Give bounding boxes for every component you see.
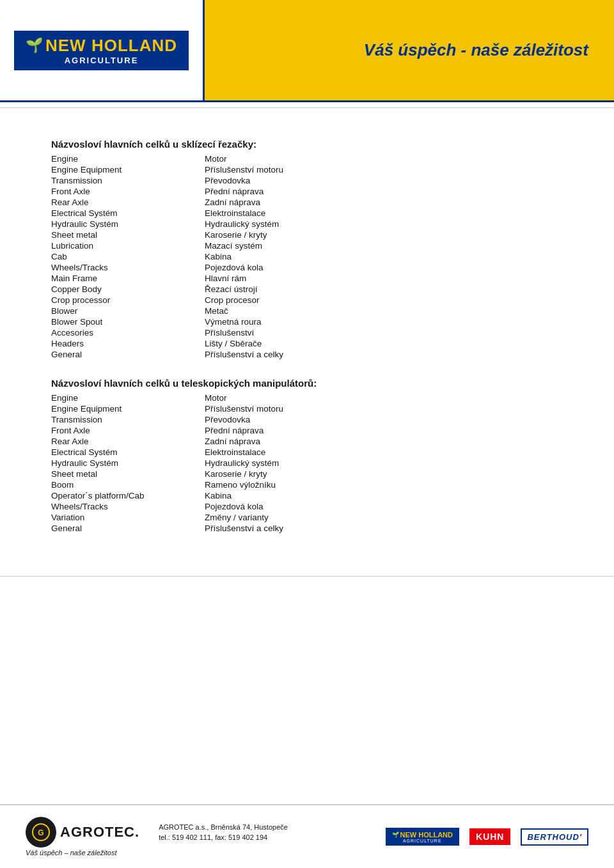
term-en: Cab <box>51 251 205 262</box>
term-cz: Příslušenství motoru <box>205 164 563 175</box>
table-row: Sheet metalKaroserie / kryty <box>51 229 563 240</box>
term-en: Accesories <box>51 327 205 338</box>
term-en: Blower Spout <box>51 316 205 327</box>
term-en: Headers <box>51 338 205 349</box>
term-en: Front Axle <box>51 186 205 197</box>
table-row: CabKabina <box>51 251 563 262</box>
term-cz: Příslušenství a celky <box>205 349 563 360</box>
term-cz: Elektroinstalace <box>205 447 563 458</box>
term-en: Engine Equipment <box>51 403 205 414</box>
table-row: Hydraulic SystémHydraulický systém <box>51 458 563 469</box>
header-logo: 🌱 NEW HOLLAND AGRICULTURE <box>0 0 205 100</box>
term-cz: Řezací ústrojí <box>205 284 563 295</box>
footer: G AGROTEC. AGROTEC a.s., Brněnská 74, Hu… <box>0 804 614 868</box>
table-row: Blower SpoutVýmetná roura <box>51 316 563 327</box>
table-row: Electrical SystémElektroinstalace <box>51 447 563 458</box>
term-cz: Příslušenství a celky <box>205 523 563 534</box>
footer-left: G AGROTEC. AGROTEC a.s., Brněnská 74, Hu… <box>26 817 288 856</box>
table-row: TransmissionPřevodovka <box>51 414 563 425</box>
table-row: EngineMotor <box>51 392 563 403</box>
term-cz: Hydraulický systém <box>205 458 563 469</box>
term-en: Boom <box>51 479 205 490</box>
term-en: Hydraulic Systém <box>51 458 205 469</box>
term-en: Crop processor <box>51 295 205 306</box>
agrotec-name: AGROTEC. <box>60 824 139 841</box>
agrotec-tagline: Váš úspěch – naše záležitost <box>26 849 116 856</box>
term-cz: Elektroinstalace <box>205 208 563 219</box>
footer-address: AGROTEC a.s., Brněnská 74, Hustopeče tel… <box>159 822 288 843</box>
table-row: Electrical SystémElektroinstalace <box>51 208 563 219</box>
term-cz: Přední náprava <box>205 186 563 197</box>
term-cz: Přední náprava <box>205 425 563 436</box>
top-divider <box>0 107 614 108</box>
term-en: Electrical Systém <box>51 208 205 219</box>
term-cz: Příslušenství motoru <box>205 403 563 414</box>
term-cz: Lišty / Sběrače <box>205 338 563 349</box>
footer-brands: 🌱 NEW HOLLAND AGRICULTURE KUHN BERTHOUD' <box>386 828 588 846</box>
term-en: Operator´s platform/Cab <box>51 490 205 501</box>
logo-ag-text: AGRICULTURE <box>65 56 139 65</box>
term-cz: Pojezdová kola <box>205 501 563 512</box>
table-row: Front AxlePřední náprava <box>51 425 563 436</box>
term-en: Rear Axle <box>51 197 205 208</box>
term-en: Wheels/Tracks <box>51 262 205 273</box>
table-row: Engine EquipmentPříslušenství motoru <box>51 403 563 414</box>
term-cz: Kabina <box>205 251 563 262</box>
table-row: Hydraulic SystémHydraulický systém <box>51 219 563 229</box>
table-row: Wheels/TracksPojezdová kola <box>51 501 563 512</box>
table-row: TransmissionPřevodovka <box>51 175 563 186</box>
term-en: Engine <box>51 153 205 164</box>
term-cz: Hlavní rám <box>205 273 563 284</box>
table-row: Rear AxleZadní náprava <box>51 197 563 208</box>
term-en: Engine Equipment <box>51 164 205 175</box>
section2-table: EngineMotorEngine EquipmentPříslušenství… <box>51 392 563 534</box>
brand-berthoud: BERTHOUD' <box>521 828 588 846</box>
term-en: Transmission <box>51 175 205 186</box>
table-row: EngineMotor <box>51 153 563 164</box>
table-row: Crop processorCrop procesor <box>51 295 563 306</box>
term-en: Main Frame <box>51 273 205 284</box>
term-cz: Karoserie / kryty <box>205 229 563 240</box>
svg-text:G: G <box>38 828 43 837</box>
tagline-text: Váš úspěch - naše záležitost <box>364 40 588 60</box>
term-en: Copper Body <box>51 284 205 295</box>
agrotec-logo: G AGROTEC. <box>26 817 139 848</box>
term-cz: Motor <box>205 392 563 403</box>
term-en: Rear Axle <box>51 436 205 447</box>
term-en: Blower <box>51 306 205 316</box>
term-cz: Hydraulický systém <box>205 219 563 229</box>
term-cz: Mazací systém <box>205 240 563 251</box>
table-row: BlowerMetač <box>51 306 563 316</box>
table-row: Wheels/TracksPojezdová kola <box>51 262 563 273</box>
agrotec-circle-icon: G <box>26 817 56 848</box>
term-en: Hydraulic Systém <box>51 219 205 229</box>
term-cz: Výmetná roura <box>205 316 563 327</box>
term-cz: Zadní náprava <box>205 197 563 208</box>
term-en: Electrical Systém <box>51 447 205 458</box>
section2-title: Názvosloví hlavních celků u teleskopický… <box>51 378 563 389</box>
table-row: LubricationMazací systém <box>51 240 563 251</box>
brand-nh: 🌱 NEW HOLLAND AGRICULTURE <box>386 828 460 846</box>
term-cz: Převodovka <box>205 175 563 186</box>
table-row: BoomRameno výložníku <box>51 479 563 490</box>
table-row: Sheet metalKaroserie / kryty <box>51 469 563 479</box>
table-row: AccesoriesPříslušenství <box>51 327 563 338</box>
address-line1: AGROTEC a.s., Brněnská 74, Hustopeče <box>159 822 288 833</box>
term-cz: Karoserie / kryty <box>205 469 563 479</box>
table-row: Copper BodyŘezací ústrojí <box>51 284 563 295</box>
term-cz: Rameno výložníku <box>205 479 563 490</box>
term-en: Transmission <box>51 414 205 425</box>
table-row: VariationZměny / varianty <box>51 512 563 523</box>
term-cz: Příslušenství <box>205 327 563 338</box>
brand-nh-text: NEW HOLLAND <box>400 831 453 839</box>
term-en: Variation <box>51 512 205 523</box>
term-en: Engine <box>51 392 205 403</box>
table-row: Main FrameHlavní rám <box>51 273 563 284</box>
term-cz: Metač <box>205 306 563 316</box>
term-cz: Změny / varianty <box>205 512 563 523</box>
table-row: GeneralPříslušenství a celky <box>51 523 563 534</box>
term-cz: Motor <box>205 153 563 164</box>
term-cz: Kabina <box>205 490 563 501</box>
brand-kuhn: KUHN <box>469 828 510 845</box>
logo-box: 🌱 NEW HOLLAND AGRICULTURE <box>14 31 189 70</box>
